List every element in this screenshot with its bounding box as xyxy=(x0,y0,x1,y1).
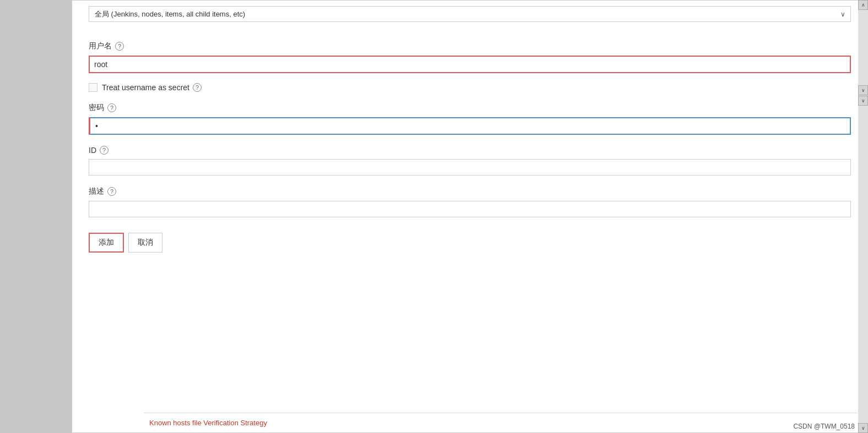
description-label-text: 描述 xyxy=(89,187,104,196)
id-group: ID ? xyxy=(89,146,851,176)
password-red-border xyxy=(89,117,90,135)
scope-dropdown-wrapper: 全局 (Jenkins, nodes, items, all child ite… xyxy=(89,6,851,22)
scroll-bottom-arrow[interactable]: ∨ xyxy=(858,423,868,433)
password-wrapper xyxy=(89,117,851,135)
password-label-text: 密码 xyxy=(89,103,104,113)
id-help-icon[interactable]: ? xyxy=(100,146,109,155)
description-label: 描述 ? xyxy=(89,187,851,196)
scroll-track xyxy=(858,10,868,433)
password-input[interactable] xyxy=(89,117,851,135)
username-label: 用户名 ? xyxy=(89,41,851,51)
cancel-button[interactable]: 取消 xyxy=(128,233,162,253)
username-group: 用户名 ? xyxy=(89,41,851,73)
left-sidebar xyxy=(0,0,72,433)
description-help-icon[interactable]: ? xyxy=(107,187,116,196)
password-label: 密码 ? xyxy=(89,103,851,113)
treat-username-label: Treat username as secret ? xyxy=(102,83,202,92)
scope-select[interactable]: 全局 (Jenkins, nodes, items, all child ite… xyxy=(89,6,851,22)
username-label-text: 用户名 xyxy=(89,41,112,51)
button-row: 添加 取消 xyxy=(89,233,851,264)
main-content: 全局 (Jenkins, nodes, items, all child ite… xyxy=(72,0,868,433)
username-help-icon[interactable]: ? xyxy=(115,42,124,51)
scroll-down-arrow-2[interactable]: ∨ xyxy=(858,96,868,106)
id-input[interactable] xyxy=(89,159,851,176)
form-container: 全局 (Jenkins, nodes, items, all child ite… xyxy=(72,1,867,432)
description-input[interactable] xyxy=(89,201,851,217)
description-group: 描述 ? xyxy=(89,187,851,217)
treat-username-row: Treat username as secret ? xyxy=(89,83,851,92)
watermark: CSDN @TWM_0518 xyxy=(793,423,855,430)
id-label-text: ID xyxy=(89,146,96,155)
scroll-up-arrow[interactable]: ∧ xyxy=(858,0,868,10)
treat-username-help-icon[interactable]: ? xyxy=(193,83,202,92)
treat-username-checkbox[interactable] xyxy=(89,83,97,92)
add-button[interactable]: 添加 xyxy=(89,233,124,253)
username-input[interactable] xyxy=(89,56,851,73)
bottom-bar-text: Known hosts file Verification Strategy xyxy=(149,419,267,427)
scope-row: 全局 (Jenkins, nodes, items, all child ite… xyxy=(89,1,851,30)
password-help-icon[interactable]: ? xyxy=(107,103,116,112)
scroll-down-arrow-1[interactable]: ∨ xyxy=(858,85,868,95)
password-group: 密码 ? xyxy=(89,103,851,135)
id-label: ID ? xyxy=(89,146,851,155)
bottom-bar: Known hosts file Verification Strategy xyxy=(144,413,858,432)
right-scrollbar: ∧ ∨ ∨ ∨ xyxy=(858,0,868,433)
